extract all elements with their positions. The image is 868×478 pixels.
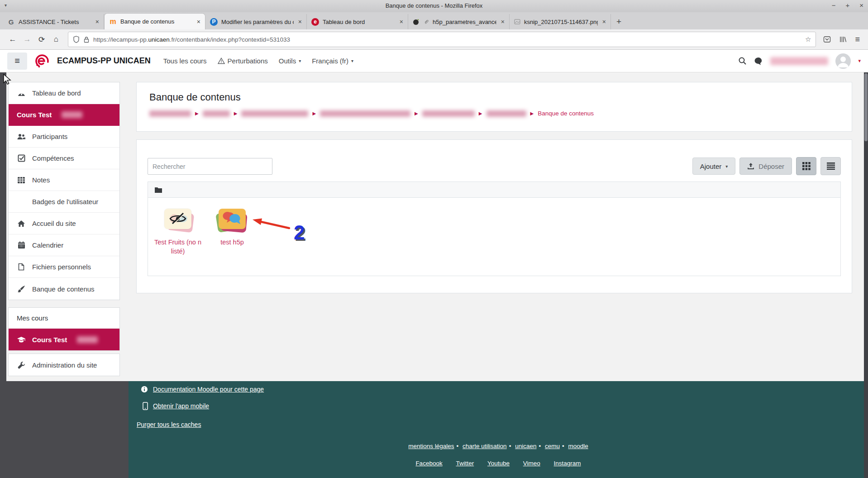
link-facebook[interactable]: Facebook <box>415 460 442 467</box>
sidebar-item-participants[interactable]: Participants <box>9 126 119 148</box>
redacted-breadcrumb-segment[interactable] <box>149 110 191 117</box>
sidebar-item-administration[interactable]: Administration du site <box>9 354 119 376</box>
redacted-breadcrumb-segment[interactable] <box>422 110 475 117</box>
library-icon[interactable] <box>839 36 847 43</box>
tab-assistance[interactable]: G ASSISTANCE - Tickets × <box>3 14 104 29</box>
app-menu-icon[interactable]: ≡ <box>855 35 860 44</box>
username-redacted[interactable] <box>770 57 828 65</box>
tab-h5p-parametres[interactable]: h5p_parametres_avances [ × <box>408 14 510 29</box>
breadcrumb-arrow-icon: ▶ <box>479 111 482 116</box>
content-item-test-h5p[interactable]: test h5p <box>207 209 258 247</box>
redacted-breadcrumb-segment[interactable] <box>241 110 308 117</box>
breadcrumb: ▶ ▶ ▶ ▶ ▶ ▶ Banque de contenus <box>149 110 839 117</box>
sidebar-item-calendrier[interactable]: Calendrier <box>9 234 119 256</box>
page-title: Banque de contenus <box>149 91 839 103</box>
link-youtube[interactable]: Youtube <box>487 460 510 467</box>
content-list-header[interactable] <box>148 182 840 198</box>
link-vimeo[interactable]: Vimeo <box>523 460 540 467</box>
nav-outils-dropdown[interactable]: Outils▾ <box>279 57 301 65</box>
image-favicon <box>514 19 520 25</box>
nav-drawer-toggle-button[interactable]: ≡ <box>7 53 27 70</box>
bookmark-star-icon[interactable]: ☆ <box>805 35 811 43</box>
link-cemu[interactable]: cemu <box>545 443 560 449</box>
tab-close-icon[interactable]: × <box>601 18 607 25</box>
content-item-label[interactable]: test h5p <box>220 238 244 247</box>
tab-label: h5p_parametres_avances [ <box>433 19 496 25</box>
nav-language-dropdown[interactable]: Français (fr)▾ <box>312 57 353 65</box>
search-input[interactable] <box>148 158 272 175</box>
purge-caches-link[interactable]: Purger tous les caches <box>137 421 201 428</box>
search-icon[interactable] <box>738 57 747 65</box>
tab-close-icon[interactable]: × <box>297 18 303 25</box>
site-brand[interactable]: ECAMPUS-PP UNICAEN <box>57 56 151 66</box>
moodle-favicon: m <box>109 18 117 25</box>
sidebar-item-notes[interactable]: Notes <box>9 169 119 191</box>
lock-icon[interactable] <box>83 36 90 43</box>
tab-close-icon[interactable]: × <box>196 18 201 25</box>
home-button[interactable]: ⌂ <box>49 35 63 44</box>
scrollbar-thumb[interactable] <box>864 73 868 141</box>
sidebar-item-competences[interactable]: Compétences <box>9 148 119 169</box>
h5p-content-icon <box>218 209 247 232</box>
nav-perturbations[interactable]: Perturbations <box>218 57 268 65</box>
tab-ksnip-image[interactable]: ksnip_20210715-114637.png (Ima × <box>510 14 611 29</box>
sidebar-item-accueil-du-site[interactable]: Accueil du site <box>9 213 119 234</box>
add-button[interactable]: Ajouter ▾ <box>692 158 736 175</box>
link-unicaen[interactable]: unicaen <box>515 443 536 449</box>
list-icon <box>827 163 835 170</box>
list-view-button[interactable] <box>820 157 841 175</box>
tab-tableau-de-bord[interactable]: e Tableau de bord × <box>307 14 408 29</box>
link-charte-utilisation[interactable]: charte utilisation <box>463 443 507 449</box>
page-scrollbar[interactable] <box>864 72 868 478</box>
shield-icon[interactable] <box>73 36 80 43</box>
redacted-breadcrumb-segment[interactable] <box>320 110 410 117</box>
window-minimize-button[interactable]: − <box>832 1 836 9</box>
social-links: Facebook Twitter Youtube Vimeo Instagram <box>129 460 868 467</box>
my-courses-header: Mes cours <box>9 308 119 329</box>
upload-icon <box>747 163 754 170</box>
sidebar-item-tableau-de-bord[interactable]: Tableau de bord <box>9 82 119 104</box>
avatar[interactable] <box>835 53 851 69</box>
content-item-test-fruits[interactable]: Test Fruits (no n listé) <box>153 209 203 256</box>
wrench-icon <box>17 361 26 369</box>
grid-icon <box>802 162 811 170</box>
sidebar-item-badges[interactable]: Badges de l'utilisateur <box>9 191 119 213</box>
pocket-icon[interactable] <box>823 36 831 43</box>
user-menu-caret-icon[interactable]: ▾ <box>858 58 861 64</box>
upload-button[interactable]: Déposer <box>739 158 792 175</box>
back-button[interactable]: ← <box>5 35 20 44</box>
breadcrumb-arrow-icon: ▶ <box>312 111 316 116</box>
sidebar-item-banque-de-contenus[interactable]: Banque de contenus <box>9 278 119 300</box>
sidebar-item-cours-test[interactable]: Cours Test <box>9 104 119 126</box>
new-tab-button[interactable]: + <box>616 17 621 27</box>
url-bar[interactable]: https://lecampus-pp.unicaen.fr/contentba… <box>68 32 816 47</box>
window-maximize-button[interactable]: + <box>845 1 849 9</box>
tab-modifier-parametres[interactable]: P Modifier les paramètres du co × <box>205 14 307 29</box>
sidebar-item-fichiers-personnels[interactable]: Fichiers personnels <box>9 256 119 278</box>
mobile-app-link[interactable]: Obtenir l'app mobile <box>153 402 209 410</box>
url-text[interactable]: https://lecampus-pp.unicaen.fr/contentba… <box>93 36 801 43</box>
grid-view-button[interactable] <box>796 157 816 175</box>
ecampus-favicon: e <box>311 18 319 26</box>
tab-banque-de-contenus[interactable]: m Banque de contenus × <box>104 13 205 29</box>
nav-tous-les-cours[interactable]: Tous les cours <box>163 57 207 65</box>
moodle-docs-link[interactable]: Documentation Moodle pour cette page <box>153 386 264 393</box>
content-item-label[interactable]: Test Fruits (no n listé) <box>153 238 203 256</box>
tab-close-icon[interactable]: × <box>95 18 100 25</box>
tab-close-icon[interactable]: × <box>399 18 404 25</box>
link-mentions-legales[interactable]: mentions légales <box>408 443 454 449</box>
reload-button[interactable]: ⟳ <box>34 35 49 44</box>
link-twitter[interactable]: Twitter <box>456 460 474 467</box>
site-links: mentions légales• charte utilisation• un… <box>129 443 868 449</box>
redacted-breadcrumb-segment[interactable] <box>486 110 526 117</box>
forward-button[interactable]: → <box>20 35 34 44</box>
window-close-button[interactable]: × <box>859 1 863 9</box>
messages-icon[interactable] <box>754 57 763 65</box>
annotation-step-number: 2 <box>294 221 305 244</box>
window-titlebar: ▾ Banque de contenus - Mozilla Firefox −… <box>0 0 868 13</box>
link-instagram[interactable]: Instagram <box>554 460 581 467</box>
sidebar-item-my-course-cours-test[interactable]: Cours Test <box>9 329 119 350</box>
link-moodle[interactable]: moodle <box>568 443 588 449</box>
redacted-breadcrumb-segment[interactable] <box>203 110 230 117</box>
tab-close-icon[interactable]: × <box>500 18 506 25</box>
